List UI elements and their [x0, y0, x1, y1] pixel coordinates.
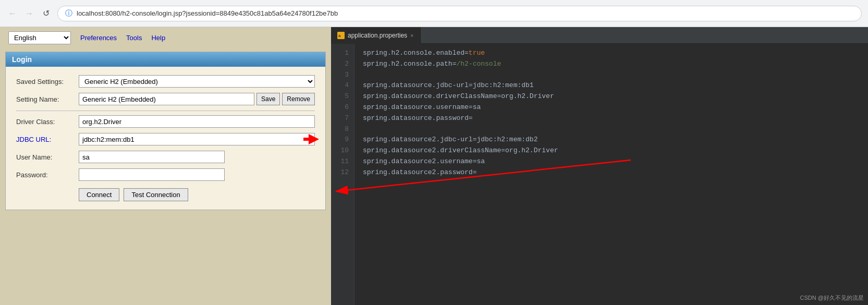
code-line: spring.datasource.jdbc-url=jdbc:h2:mem:d… — [363, 80, 860, 91]
jdbc-url-label[interactable]: JDBC URL: — [16, 136, 79, 143]
code-line: spring.datasource.password= — [363, 113, 860, 124]
saved-settings-label: Saved Settings: — [16, 78, 79, 86]
password-label: Password: — [16, 171, 79, 179]
remove-button[interactable]: Remove — [282, 93, 315, 105]
login-panel: Login Saved Settings: Generic H2 (Embedd… — [5, 52, 326, 210]
browser-chrome: ← → ↺ ⓘ localhost:8080/h2-console/login.… — [0, 0, 868, 27]
code-line: spring.datasource2.username=sa — [363, 156, 860, 167]
line-number: 4 — [331, 80, 354, 91]
url-text: localhost:8080/h2-console/login.jsp?jses… — [77, 9, 338, 17]
code-line: spring.datasource.driverClassName=org.h2… — [363, 91, 860, 102]
h2-toolbar: English Preferences Tools Help — [0, 27, 331, 48]
login-body: Saved Settings: Generic H2 (Embedded) Se… — [6, 67, 325, 210]
line-number: 8 — [331, 124, 354, 135]
line-numbers: 123456789101112 — [331, 44, 354, 305]
driver-class-input[interactable] — [79, 115, 315, 128]
tab-close-icon[interactable]: × — [410, 32, 413, 39]
h2-console-panel: English Preferences Tools Help Login Sav… — [0, 27, 331, 305]
save-button[interactable]: Save — [256, 93, 280, 105]
tools-link[interactable]: Tools — [126, 34, 142, 42]
help-link[interactable]: Help — [151, 34, 165, 42]
line-number: 9 — [331, 135, 354, 145]
code-line: spring.datasource2.driverClassName=org.h… — [363, 145, 860, 156]
file-type-icon: a — [337, 32, 345, 39]
saved-settings-select[interactable]: Generic H2 (Embedded) — [79, 75, 315, 88]
driver-class-row: Driver Class: — [16, 115, 315, 128]
code-line: spring.datasource2.password= — [363, 167, 860, 178]
password-row: Password: — [16, 168, 315, 181]
line-number: 1 — [331, 48, 354, 59]
setting-name-label: Setting Name: — [16, 95, 79, 103]
code-line: spring.h2.console.enabled=true — [363, 48, 860, 59]
ide-tab-bar: a application.properties × — [331, 27, 868, 44]
nav-buttons: ← → ↺ — [6, 7, 52, 20]
driver-class-label: Driver Class: — [16, 118, 79, 126]
code-content: spring.h2.console.enabled=truespring.h2.… — [354, 44, 868, 305]
back-button[interactable]: ← — [6, 7, 19, 20]
jdbc-url-input[interactable] — [79, 133, 315, 145]
saved-settings-row: Saved Settings: Generic H2 (Embedded) — [16, 75, 315, 88]
code-line: spring.datasource.username=sa — [363, 102, 860, 113]
action-buttons: Connect Test Connection — [16, 188, 315, 201]
svg-text:a: a — [338, 33, 341, 38]
setting-name-row: Setting Name: Save Remove — [16, 93, 315, 105]
setting-name-group: Save Remove — [79, 93, 315, 105]
csdn-watermark: CSDN @好久不见的流星 — [800, 294, 864, 302]
test-connection-button[interactable]: Test Connection — [124, 188, 188, 201]
setting-name-input[interactable] — [79, 93, 254, 105]
ide-tab-label: application.properties — [348, 32, 407, 39]
forward-button[interactable]: → — [23, 7, 35, 20]
login-title: Login — [12, 55, 32, 64]
line-number: 11 — [331, 156, 354, 167]
connect-button[interactable]: Connect — [79, 188, 119, 201]
address-bar[interactable]: ⓘ localhost:8080/h2-console/login.jsp?js… — [57, 6, 862, 21]
user-name-input[interactable] — [79, 151, 225, 163]
line-number: 3 — [331, 70, 354, 81]
reload-button[interactable]: ↺ — [40, 7, 52, 20]
language-select[interactable]: English — [8, 31, 71, 44]
user-name-row: User Name: — [16, 151, 315, 163]
info-icon: ⓘ — [65, 9, 72, 18]
password-input[interactable] — [79, 168, 225, 181]
code-line: spring.datasource2.jdbc-url=jdbc:h2:mem:… — [363, 135, 860, 145]
login-header: Login — [6, 52, 325, 67]
code-line — [363, 70, 860, 81]
form-divider — [16, 111, 315, 111]
ide-code-area: 123456789101112 spring.h2.console.enable… — [331, 44, 868, 305]
ide-tab-active[interactable]: a application.properties × — [331, 27, 421, 44]
line-number: 5 — [331, 91, 354, 102]
jdbc-url-row: JDBC URL: — [16, 133, 315, 145]
code-line: spring.h2.console.path=/h2-console — [363, 59, 860, 70]
line-number: 12 — [331, 167, 354, 178]
user-name-label: User Name: — [16, 153, 79, 161]
ide-panel: a application.properties × 1234567891011… — [331, 27, 868, 305]
line-number: 7 — [331, 113, 354, 124]
page-content: English Preferences Tools Help Login Sav… — [0, 27, 868, 305]
line-number: 10 — [331, 145, 354, 156]
properties-file-icon: a — [337, 32, 345, 39]
line-number: 6 — [331, 102, 354, 113]
preferences-link[interactable]: Preferences — [80, 34, 117, 42]
line-number: 2 — [331, 59, 354, 70]
code-line — [363, 124, 860, 135]
